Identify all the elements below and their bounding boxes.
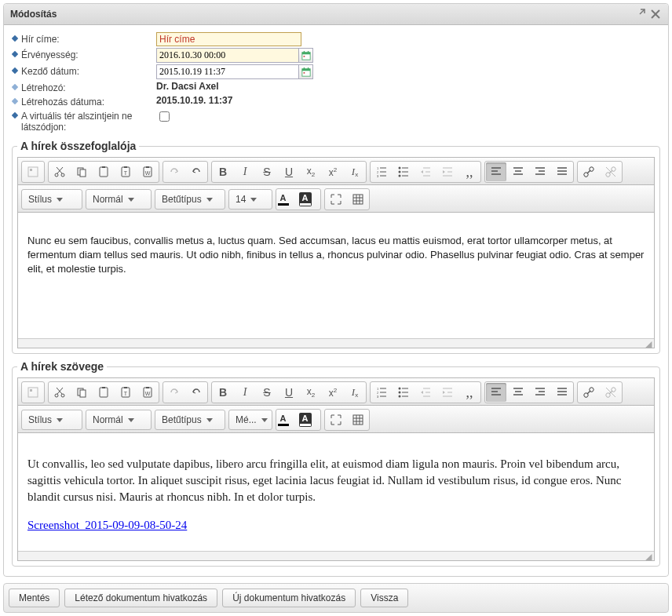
italic-icon[interactable]: I — [235, 383, 255, 402]
bold-icon[interactable]: B — [213, 383, 233, 402]
table-icon[interactable] — [348, 410, 368, 429]
redo-icon[interactable] — [164, 383, 184, 402]
copy-icon[interactable] — [71, 383, 92, 402]
paste-word-icon[interactable]: W — [137, 383, 158, 402]
calendar-icon[interactable] — [299, 48, 313, 63]
maximize-editor-icon[interactable] — [326, 410, 346, 429]
format-select[interactable]: Normál — [86, 410, 152, 430]
svg-text:W: W — [145, 391, 151, 396]
outdent-icon[interactable] — [415, 383, 436, 402]
text-color-icon[interactable]: A — [277, 190, 298, 209]
font-select[interactable]: Betűtípus — [155, 189, 225, 210]
link-icon[interactable] — [579, 162, 599, 181]
paste-text-icon[interactable]: T — [115, 162, 136, 181]
bullet-list-icon[interactable] — [393, 162, 414, 181]
save-button[interactable]: Mentés — [9, 589, 60, 607]
footer-bar: Mentés Létező dokumentum hivatkozás Új d… — [3, 583, 669, 613]
align-right-icon[interactable] — [530, 383, 550, 402]
start-date-input[interactable] — [156, 64, 299, 79]
validity-label: Érvényesség: — [21, 48, 156, 60]
remove-format-icon[interactable]: Ix — [345, 162, 365, 181]
underline-icon[interactable]: U — [279, 162, 299, 181]
back-button[interactable]: Vissza — [360, 589, 408, 607]
svg-rect-16 — [12, 84, 18, 90]
resize-handle-icon[interactable]: ◢ — [18, 551, 654, 560]
format-select[interactable]: Normál — [86, 189, 152, 210]
title-input[interactable] — [156, 32, 301, 46]
underline-icon[interactable]: U — [279, 383, 299, 402]
superscript-icon[interactable]: x2 — [323, 162, 343, 181]
table-icon[interactable] — [348, 190, 368, 209]
strike-icon[interactable]: S — [257, 383, 277, 402]
close-icon[interactable] — [649, 8, 662, 20]
indent-icon[interactable] — [437, 162, 458, 181]
resize-handle-icon[interactable]: ◢ — [18, 338, 654, 348]
dialog-header: Módosítás — [4, 4, 668, 25]
style-select[interactable]: Stílus — [21, 189, 82, 210]
maximize-icon[interactable] — [634, 8, 646, 20]
bold-icon[interactable]: B — [213, 162, 233, 181]
align-left-icon[interactable] — [486, 383, 506, 402]
numbered-list-icon[interactable]: 123 — [371, 162, 392, 181]
paste-word-icon[interactable]: W — [137, 162, 158, 181]
indent-icon[interactable] — [437, 383, 458, 402]
subscript-icon[interactable]: x2 — [301, 162, 321, 181]
svg-rect-12 — [301, 68, 309, 71]
cut-icon[interactable] — [49, 383, 70, 402]
body-textarea[interactable]: Ut convallis, leo sed vulputate dapibus,… — [18, 433, 654, 551]
style-select[interactable]: Stílus — [21, 410, 82, 430]
svg-point-101 — [399, 395, 401, 398]
strike-icon[interactable]: S — [257, 162, 277, 181]
outdent-icon[interactable] — [415, 162, 436, 181]
paste-icon[interactable] — [93, 162, 114, 181]
cut-icon[interactable] — [49, 162, 70, 181]
undo-icon[interactable] — [186, 162, 206, 181]
font-select[interactable]: Betűtípus — [155, 410, 225, 430]
unlink-icon[interactable] — [601, 383, 621, 402]
dialog-body: Hír címe: Érvényesség: Kezdő dátum: — [4, 25, 668, 576]
subscript-icon[interactable]: x2 — [301, 383, 321, 402]
size-select[interactable]: 14 — [228, 189, 272, 210]
align-right-icon[interactable] — [530, 162, 550, 181]
unlink-icon[interactable] — [601, 162, 621, 181]
text-color-icon[interactable]: A — [277, 410, 298, 429]
sublevel-checkbox[interactable] — [159, 111, 170, 122]
size-select[interactable]: Mé... — [228, 410, 272, 430]
bg-color-icon[interactable]: A — [299, 410, 320, 429]
source-icon[interactable] — [23, 162, 43, 181]
summary-section: A hírek összefoglalója T W — [12, 140, 660, 354]
align-center-icon[interactable] — [508, 383, 528, 402]
align-justify-icon[interactable] — [552, 162, 572, 181]
svg-line-71 — [606, 167, 615, 177]
summary-textarea[interactable]: Nunc eu sem faucibus, convallis metus a,… — [18, 213, 654, 338]
existing-doc-button[interactable]: Létező dokumentum hivatkozás — [64, 589, 217, 607]
dialog-title: Módosítás — [10, 9, 630, 20]
source-icon[interactable] — [23, 383, 43, 402]
align-justify-icon[interactable] — [552, 383, 572, 402]
svg-text:T: T — [124, 391, 128, 396]
numbered-list-icon[interactable]: 123 — [371, 383, 392, 402]
redo-icon[interactable] — [164, 162, 184, 181]
paste-icon[interactable] — [93, 383, 114, 402]
calendar-icon[interactable] — [299, 64, 313, 79]
svg-rect-30 — [124, 166, 127, 168]
superscript-icon[interactable]: x2 — [323, 383, 343, 402]
bullet-icon — [12, 84, 18, 90]
blockquote-icon[interactable]: ,, — [459, 383, 480, 402]
undo-icon[interactable] — [186, 383, 206, 402]
remove-format-icon[interactable]: Ix — [345, 383, 365, 402]
validity-input[interactable] — [156, 48, 299, 63]
align-left-icon[interactable] — [486, 162, 506, 181]
new-doc-button[interactable]: Új dokumentum hivatkozás — [222, 589, 356, 607]
body-toolbar-2: Stílus Normál Betűtípus Mé... A A — [18, 406, 654, 433]
maximize-editor-icon[interactable] — [326, 190, 346, 209]
italic-icon[interactable]: I — [235, 162, 255, 181]
body-content-link[interactable]: Screenshot_2015-09-09-08-50-24 — [27, 519, 187, 531]
copy-icon[interactable] — [71, 162, 92, 181]
blockquote-icon[interactable]: ,, — [459, 162, 480, 181]
link-icon[interactable] — [579, 383, 599, 402]
paste-text-icon[interactable]: T — [115, 383, 136, 402]
bullet-list-icon[interactable] — [393, 383, 414, 402]
align-center-icon[interactable] — [508, 162, 528, 181]
bg-color-icon[interactable]: A — [299, 190, 320, 209]
